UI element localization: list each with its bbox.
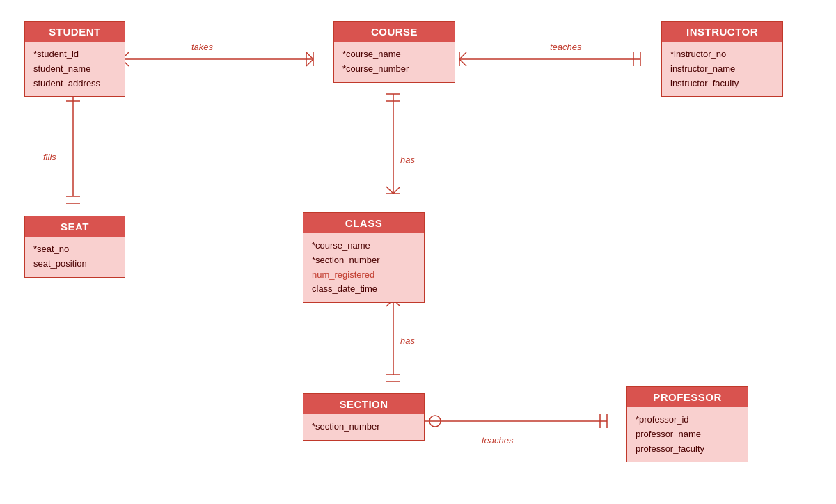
field-seat-position: seat_position xyxy=(33,257,116,271)
diagram-container: STUDENT *student_id student_name student… xyxy=(0,0,836,504)
svg-line-23 xyxy=(386,187,393,194)
label-fills: fills xyxy=(43,152,56,162)
entity-professor-header: PROFESSOR xyxy=(627,387,748,407)
entity-course: COURSE *course_name *course_number xyxy=(333,21,455,83)
entity-seat-body: *seat_no seat_position xyxy=(25,237,125,277)
field-class-date-time: class_date_time xyxy=(312,282,416,297)
entity-class-header: CLASS xyxy=(303,213,424,233)
svg-line-6 xyxy=(306,52,313,59)
field-instructor-no: *instructor_no xyxy=(670,47,774,62)
entity-professor-body: *professor_id professor_name professor_f… xyxy=(627,407,748,462)
field-student-address: student_address xyxy=(33,77,116,91)
entity-section-body: *section_number xyxy=(303,414,424,440)
label-takes: takes xyxy=(191,42,213,52)
field-student-name: student_name xyxy=(33,62,116,77)
label-teaches-professor: teaches xyxy=(482,435,514,446)
svg-point-33 xyxy=(429,416,441,427)
field-student-id: *student_id xyxy=(33,47,116,62)
label-has-section: has xyxy=(400,336,415,346)
field-instructor-faculty: instructor_faculty xyxy=(670,77,774,91)
entity-class-body: *course_name *section_number num_registe… xyxy=(303,233,424,302)
field-instructor-name: instructor_name xyxy=(670,62,774,77)
field-class-section-number: *section_number xyxy=(312,253,416,268)
field-course-name: *course_name xyxy=(342,47,446,62)
entity-student: STUDENT *student_id student_name student… xyxy=(24,21,125,97)
entity-course-body: *course_name *course_number xyxy=(334,42,455,82)
entity-seat: SEAT *seat_no seat_position xyxy=(24,216,125,278)
entity-section: SECTION *section_number xyxy=(303,393,425,441)
entity-course-header: COURSE xyxy=(334,22,455,42)
field-course-number: *course_number xyxy=(342,62,446,77)
entity-student-header: STUDENT xyxy=(25,22,125,42)
svg-line-24 xyxy=(393,187,400,194)
field-section-number: *section_number xyxy=(312,420,416,434)
entity-instructor-body: *instructor_no instructor_name instructo… xyxy=(662,42,782,96)
label-teaches-instructor: teaches xyxy=(550,42,582,52)
entity-class: CLASS *course_name *section_number num_r… xyxy=(303,212,425,303)
field-professor-name: professor_name xyxy=(636,427,739,442)
entity-seat-header: SEAT xyxy=(25,216,125,237)
entity-professor: PROFESSOR *professor_id professor_name p… xyxy=(626,386,748,462)
field-professor-id: *professor_id xyxy=(636,413,739,427)
svg-line-10 xyxy=(459,52,466,59)
field-seat-no: *seat_no xyxy=(33,242,116,257)
label-has-class: has xyxy=(400,155,415,165)
field-class-num-registered: num_registered xyxy=(312,268,416,283)
svg-line-11 xyxy=(459,59,466,66)
field-professor-faculty: professor_faculty xyxy=(636,442,739,457)
entity-section-header: SECTION xyxy=(303,394,424,414)
entity-instructor-header: INSTRUCTOR xyxy=(662,22,782,42)
entity-student-body: *student_id student_name student_address xyxy=(25,42,125,96)
field-class-course-name: *course_name xyxy=(312,239,416,253)
svg-line-7 xyxy=(306,59,313,66)
entity-instructor: INSTRUCTOR *instructor_no instructor_nam… xyxy=(661,21,783,97)
